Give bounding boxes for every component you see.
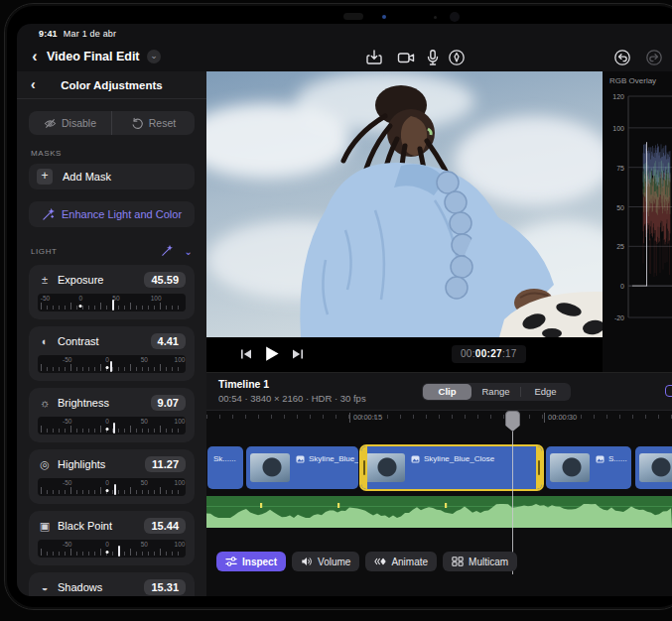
reset-button[interactable]: Reset [112,111,195,135]
slider-label: Brightness [58,397,151,409]
export-icon[interactable] [365,49,383,66]
color-adjustments-panel: ‹ Color Adjustments Disable Reset MAS [17,71,206,596]
value-indicator[interactable] [110,361,112,372]
slider-contrast[interactable]: ◐Contrast4.41-50050100 [29,326,195,381]
disable-button[interactable]: Disable [29,111,112,135]
button-label: Inspect [242,557,277,567]
tick-label: 100 [175,479,186,486]
enhance-label: Enhance Light and Color [62,208,182,220]
play-button[interactable] [262,344,281,363]
timeline-ruler[interactable]: 00:00:1500:00:30 [206,411,672,444]
slider-black-point[interactable]: ▣Black Point15.44-50050100 [29,511,195,565]
tick-label: 100 [175,356,186,363]
multicam-icon [452,556,464,567]
slider-value[interactable]: 9.07 [151,395,186,411]
multicam-button[interactable]: Multicam [443,552,517,571]
chevron-down-icon[interactable]: ⌄ [185,246,193,257]
button-label: Volume [318,557,350,567]
image-glyph-icon [411,455,420,463]
inspect-button[interactable]: Inspect [216,552,286,571]
tick-label: 0 [105,541,109,548]
ruler-timestamp: 00:00:15 [349,413,382,423]
exposure-icon: ± [38,274,52,286]
clip-thumbnail [365,453,405,482]
microphone-icon[interactable] [424,49,442,66]
timeline-audio-track[interactable] [206,496,672,528]
transport-bar: 00:00:27:17 [206,337,603,372]
next-frame-button[interactable] [290,346,306,362]
scope-axis-label: 100 [603,124,624,131]
trim-handle-left[interactable] [361,446,367,489]
pencil-annotate-icon[interactable] [448,49,466,66]
slider-label: Shadows [58,581,144,593]
timeline-clip-s[interactable]: S...... [546,446,631,489]
playhead-line [512,416,513,574]
slider-value[interactable]: 45.59 [144,272,186,288]
timeline-clip[interactable] [635,446,672,489]
slider-ruler[interactable]: -50050100 [38,478,186,496]
video-preview[interactable] [206,71,603,337]
tick-label: 0 [105,356,109,363]
front-camera [450,12,460,22]
zero-marker [106,551,109,554]
redo-icon[interactable] [645,49,663,66]
disable-label: Disable [62,117,96,129]
slider-shadows[interactable]: ◒Shadows15.31-50050100 [29,572,195,596]
tick-label: -50 [63,356,71,363]
undo-icon[interactable] [613,49,631,66]
slider-value[interactable]: 15.31 [144,579,186,595]
mode-clip[interactable]: Clip [423,384,471,400]
auto-enhance-icon[interactable] [161,245,173,257]
slider-label: Highlights [58,458,145,470]
slider-label: Black Point [58,520,144,532]
title-chevron-down-icon[interactable]: ⌄ [147,50,161,63]
slider-value[interactable]: 11.27 [145,456,186,472]
clip-label: S...... [596,454,627,463]
status-bar: 9:41Mar 1 de abr [39,29,116,39]
masks-section-label: MASKS [31,149,195,158]
tick-label: -50 [63,541,71,548]
enhance-light-color-button[interactable]: Enhance Light and Color [29,201,195,227]
timeline-header: Timeline 1 00:54 · 3840 × 2160 · HDR · 3… [206,372,672,411]
value-indicator[interactable] [114,484,116,495]
panel-header: ‹ Color Adjustments [17,71,206,99]
slider-exposure[interactable]: ±Exposure45.59-50050100 [29,265,195,319]
value-indicator[interactable] [112,300,114,310]
value-indicator[interactable] [113,423,115,434]
slider-value[interactable]: 15.44 [144,518,186,534]
edit-mode-segmented-control: ClipRangeEdge [422,383,571,401]
slider-ruler[interactable]: -50050100 [38,355,186,373]
previous-frame-button[interactable] [238,346,254,362]
highlights-icon: ◎ [38,458,52,471]
tick-label: 50 [141,418,148,425]
timeline-clip-skyline-blue-wide[interactable]: Skyline_Blue_Wide [246,446,358,489]
mode-edge[interactable]: Edge [521,384,570,400]
volume-button[interactable]: Volume [292,552,359,571]
slider-ruler[interactable]: -50050100 [38,417,186,435]
scope-axis-label: 75 [603,164,624,171]
slider-ruler[interactable]: -50050100 [38,540,186,558]
animate-icon [374,556,386,567]
eye-slash-icon [44,117,57,130]
scope-waveform-chart: 1201007550250-20 [603,71,672,372]
button-label: Multicam [469,557,508,567]
slider-brightness[interactable]: ☼Brightness9.07-50050100 [29,388,195,442]
slider-value[interactable]: 4.41 [151,333,186,349]
slider-highlights[interactable]: ◎Highlights11.27-50050100 [29,449,195,504]
value-indicator[interactable] [118,546,120,557]
project-title[interactable]: Video Final Edit [47,50,140,63]
timeline-clip-skyline-blue-close[interactable]: Skyline_Blue_Close [361,446,542,489]
timeline-tool-icon[interactable] [665,385,672,397]
back-chevron-icon[interactable]: ‹ [27,48,43,65]
camera-icon[interactable] [397,49,415,66]
slider-ruler[interactable]: -50050100 [38,294,186,311]
trim-handle-right[interactable] [536,446,542,489]
add-mask-button[interactable]: + Add Mask [29,164,195,189]
contrast-icon: ◐ [38,335,52,347]
timecode-display[interactable]: 00:00:27:17 [452,345,526,363]
ruler-timestamp: 00:00:30 [544,413,577,423]
mode-range[interactable]: Range [471,384,520,400]
volume-icon [301,556,313,567]
animate-button[interactable]: Animate [365,552,437,571]
timeline-clip-sk[interactable]: Sk...... [207,446,243,489]
